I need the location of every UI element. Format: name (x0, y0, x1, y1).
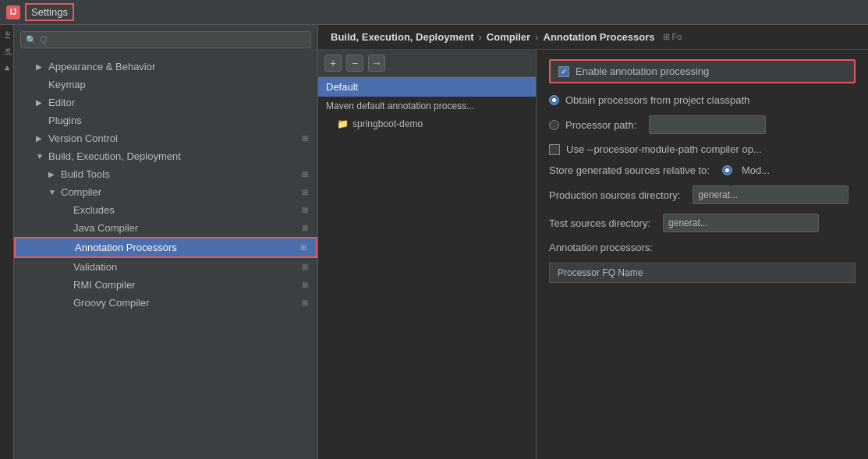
sidebar-item-label: Appearance & Behavior (48, 61, 308, 72)
arrow-button[interactable]: → (368, 55, 385, 72)
processor-path-radio[interactable] (549, 120, 559, 130)
sidebar-item-version-control[interactable]: ▶ Version Control ⊞ (14, 129, 317, 147)
breadcrumb: Build, Execution, Deployment › Compiler … (318, 25, 868, 50)
obtain-processors-radio[interactable] (549, 95, 559, 105)
sync-icon: ⊞ (302, 224, 308, 232)
processor-path-row: Processor path: (549, 115, 856, 134)
store-generated-option: Mod... (742, 164, 770, 176)
sidebar-item-label: Validation (73, 261, 299, 273)
sync-icon: ⊞ (302, 206, 308, 214)
sidebar-item-editor[interactable]: ▶ Editor (14, 94, 317, 111)
title-bar: IJ Settings (0, 0, 868, 25)
arrow-icon: ▶ (36, 62, 45, 71)
table-col-1: Processor FQ Name (558, 267, 643, 278)
sync-icon: ⊞ (302, 134, 308, 143)
sidebar-item-groovy-compiler[interactable]: Groovy Compiler ⊞ (14, 294, 317, 312)
breadcrumb-sep-1: › (478, 31, 481, 43)
sidebar-item-label: Annotation Processors (75, 242, 297, 253)
sidebar-item-label: Excludes (73, 204, 299, 216)
arrow-icon: ▼ (36, 152, 45, 161)
sync-icon: ⊞ (302, 263, 308, 271)
left-strip: re ja ▼ (0, 25, 14, 459)
sync-icon: ⊞ (302, 298, 308, 307)
processor-list: + − → Default Maven default annotation p… (318, 50, 537, 459)
production-sources-input[interactable] (693, 185, 849, 204)
settings-panel: Enable annotation processing Obtain proc… (537, 50, 868, 459)
main-layout: re ja ▼ 🔍 ▶ Appearance & Behavior Keymap… (0, 25, 868, 459)
search-icon: 🔍 (26, 35, 37, 45)
sync-icon: ⊞ (302, 170, 308, 178)
enable-annotation-row[interactable]: Enable annotation processing (549, 59, 856, 83)
sidebar-item-appearance[interactable]: ▶ Appearance & Behavior (14, 58, 317, 76)
sidebar-item-label: Editor (48, 97, 308, 108)
sidebar-item-keymap[interactable]: Keymap (14, 76, 317, 94)
content-body: + − → Default Maven default annotation p… (318, 50, 868, 459)
search-box[interactable]: 🔍 (20, 31, 311, 48)
sidebar-item-label: Version Control (48, 132, 299, 144)
processor-list-items: Default Maven default annotation process… (318, 77, 536, 459)
arrow-icon: ▶ (36, 98, 45, 107)
test-sources-input[interactable] (663, 214, 819, 232)
sidebar-item-annotation-processors[interactable]: Annotation Processors ⊞ (14, 237, 317, 258)
obtain-processors-row: Obtain processors from project classpath (549, 94, 856, 106)
sidebar-item-label: RMI Compiler (73, 279, 299, 291)
sidebar-item-build-tools[interactable]: ▶ Build Tools ⊞ (14, 165, 317, 183)
production-sources-row: Production sources directory: (549, 185, 856, 204)
sidebar-item-compiler[interactable]: ▼ Compiler ⊞ (14, 183, 317, 201)
processor-path-input[interactable] (649, 115, 766, 134)
store-generated-radio[interactable] (722, 165, 732, 175)
remove-button[interactable]: − (346, 55, 363, 72)
sidebar-item-label: Groovy Compiler (73, 297, 299, 309)
sidebar-item-build-execution[interactable]: ▼ Build, Execution, Deployment (14, 147, 317, 165)
processor-path-label: Processor path: (565, 119, 636, 131)
sidebar: 🔍 ▶ Appearance & Behavior Keymap ▶ Edito… (14, 25, 318, 459)
breadcrumb-part-2: Compiler (487, 31, 530, 43)
use-processor-module-checkbox[interactable] (549, 144, 560, 155)
search-input[interactable] (40, 34, 306, 45)
sidebar-item-java-compiler[interactable]: Java Compiler ⊞ (14, 219, 317, 237)
test-sources-label: Test sources directory: (549, 217, 650, 229)
strip-label-1: re (2, 28, 12, 42)
processor-table-header: Processor FQ Name (549, 263, 856, 283)
sync-icon: ⊞ (302, 188, 308, 196)
sidebar-item-excludes[interactable]: Excludes ⊞ (14, 201, 317, 219)
sidebar-item-plugins[interactable]: Plugins (14, 111, 317, 129)
breadcrumb-part-1: Build, Execution, Deployment (331, 31, 473, 43)
app-icon: IJ (6, 5, 20, 19)
fo-indicator: ⊞ Fo (663, 32, 682, 42)
list-toolbar: + − → (318, 50, 536, 77)
sidebar-item-rmi-compiler[interactable]: RMI Compiler ⊞ (14, 276, 317, 294)
annotation-processors-section: Annotation processors: (549, 242, 856, 253)
nav-tree: ▶ Appearance & Behavior Keymap ▶ Editor … (14, 55, 317, 459)
use-processor-module-row: Use --processor-module-path compiler op.… (549, 143, 856, 155)
test-sources-row: Test sources directory: (549, 214, 856, 232)
content-area: Build, Execution, Deployment › Compiler … (318, 25, 868, 459)
list-item-default[interactable]: Default (318, 77, 536, 97)
list-item-springboot[interactable]: 📁 springboot-demo (318, 115, 536, 132)
sidebar-item-label: Build Tools (61, 168, 299, 180)
sync-icon: ⊞ (302, 281, 308, 289)
store-generated-label: Store generated sources relative to: (549, 164, 710, 176)
list-item-maven[interactable]: Maven default annotation process... (318, 97, 536, 115)
strip-label-3: ▼ (2, 61, 12, 76)
sidebar-item-label: Compiler (61, 186, 299, 198)
production-sources-label: Production sources directory: (549, 189, 680, 201)
sidebar-item-label: Java Compiler (73, 222, 299, 234)
strip-label-2: ja (2, 45, 12, 58)
arrow-icon: ▼ (48, 188, 58, 196)
annotation-processors-label: Annotation processors: (549, 242, 653, 253)
add-button[interactable]: + (324, 55, 342, 72)
store-generated-row: Store generated sources relative to: Mod… (549, 164, 856, 176)
window-title: Settings (25, 3, 74, 21)
sidebar-item-label: Build, Execution, Deployment (48, 150, 308, 162)
sidebar-item-validation[interactable]: Validation ⊞ (14, 258, 317, 276)
breadcrumb-sep-2: › (535, 31, 538, 43)
arrow-icon: ▶ (48, 170, 58, 178)
enable-annotation-checkbox[interactable] (558, 66, 569, 77)
breadcrumb-part-3: Annotation Processors (544, 31, 655, 43)
folder-icon: 📁 (337, 118, 349, 129)
sidebar-item-label: Plugins (48, 115, 308, 126)
sidebar-item-label: Keymap (48, 79, 308, 90)
enable-annotation-label: Enable annotation processing (576, 65, 709, 77)
arrow-icon: ▶ (36, 134, 45, 143)
